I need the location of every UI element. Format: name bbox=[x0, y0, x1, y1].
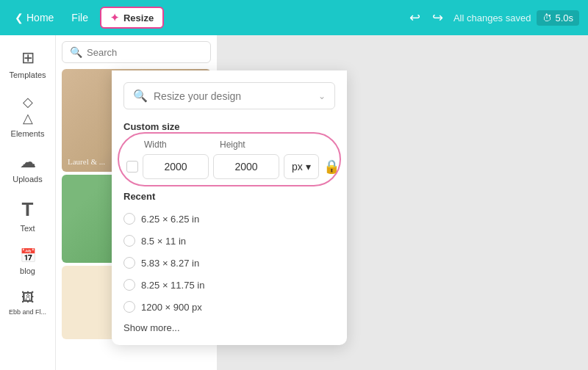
sidebar-label-templates: Templates bbox=[9, 70, 46, 79]
content-area: 🔍 Laurel & ... A newtake onvegan bbox=[56, 35, 588, 370]
templates-icon: ⊞ bbox=[21, 48, 35, 68]
topbar: ❮ Home File ✦ Resize ↩ ↪ All changes sav… bbox=[0, 0, 588, 35]
show-more-button[interactable]: Show more... bbox=[123, 318, 335, 333]
chevron-left-icon: ❮ bbox=[15, 12, 24, 23]
undo-redo-group: ↩ ↪ bbox=[405, 7, 448, 29]
unit-dropdown-icon: ▾ bbox=[306, 161, 311, 173]
resize-dropdown: 🔍 ⌄ Custom size Width Height px bbox=[112, 70, 347, 345]
sidebar-label-text: Text bbox=[20, 224, 35, 233]
recent-checkbox-3[interactable] bbox=[123, 257, 135, 269]
home-button[interactable]: ❮ Home bbox=[9, 9, 60, 26]
dropdown-arrow-icon: ⌄ bbox=[318, 91, 326, 101]
file-menu[interactable]: File bbox=[65, 9, 94, 26]
sidebar-item-blog[interactable]: 📅 blog bbox=[0, 240, 55, 283]
recent-label-3: 5.83 × 8.27 in bbox=[141, 258, 199, 269]
resize-label: Resize bbox=[123, 12, 154, 23]
size-inputs-row: px ▾ 🔒 bbox=[123, 154, 335, 179]
custom-size-container: Width Height px ▾ 🔒 bbox=[123, 139, 335, 179]
sidebar-item-text[interactable]: T Text bbox=[0, 191, 55, 240]
recent-item-5[interactable]: 1200 × 900 px bbox=[123, 296, 335, 318]
recent-item-3[interactable]: 5.83 × 8.27 in bbox=[123, 252, 335, 274]
sidebar-item-ebb[interactable]: 🖼 Ebb and Fl... bbox=[0, 283, 55, 323]
recent-title: Recent bbox=[123, 191, 335, 202]
sidebar-item-templates[interactable]: ⊞ Templates bbox=[0, 41, 55, 87]
recent-item-1[interactable]: 6.25 × 6.25 in bbox=[123, 208, 335, 230]
recent-checkbox-2[interactable] bbox=[123, 235, 135, 247]
sidebar-label-ebb: Ebb and Fl... bbox=[9, 308, 46, 316]
unit-select[interactable]: px ▾ bbox=[284, 154, 319, 179]
resize-search-box[interactable]: 🔍 ⌄ bbox=[123, 82, 335, 109]
main-layout: ⊞ Templates ◇△ Elements ☁ Uploads T Text… bbox=[0, 35, 588, 370]
recent-label-1: 6.25 × 6.25 in bbox=[141, 214, 199, 225]
uploads-icon: ☁ bbox=[20, 153, 36, 172]
recent-checkbox-5[interactable] bbox=[123, 301, 135, 313]
sidebar-label-uploads: Uploads bbox=[12, 175, 42, 184]
lock-icon[interactable]: 🔒 bbox=[323, 159, 340, 175]
sidebar: ⊞ Templates ◇△ Elements ☁ Uploads T Text… bbox=[0, 35, 56, 370]
size-checkbox[interactable] bbox=[126, 161, 138, 173]
thumb1-text: Laurel & ... bbox=[68, 157, 105, 166]
elements-icon: ◇△ bbox=[23, 94, 33, 126]
sidebar-label-blog: blog bbox=[20, 266, 35, 275]
undo-button[interactable]: ↩ bbox=[405, 7, 425, 29]
recent-item-4[interactable]: 8.25 × 11.75 in bbox=[123, 274, 335, 296]
resize-search-input[interactable] bbox=[154, 90, 312, 102]
timer-icon: ⏱ bbox=[542, 12, 552, 23]
timer-value: 5.0s bbox=[555, 12, 573, 23]
height-label: Height bbox=[220, 139, 290, 150]
recent-checkbox-4[interactable] bbox=[123, 279, 135, 291]
size-labels-row: Width Height bbox=[123, 139, 335, 150]
recent-item-2[interactable]: 8.5 × 11 in bbox=[123, 230, 335, 252]
sidebar-label-elements: Elements bbox=[11, 129, 45, 138]
resize-star-icon: ✦ bbox=[110, 12, 119, 23]
ebb-icon: 🖼 bbox=[21, 290, 35, 305]
search-icon: 🔍 bbox=[70, 46, 82, 58]
recent-label-5: 1200 × 900 px bbox=[141, 302, 202, 313]
search-input[interactable] bbox=[87, 47, 203, 58]
unit-value: px bbox=[292, 161, 303, 173]
sidebar-item-elements[interactable]: ◇△ Elements bbox=[0, 87, 55, 145]
recent-label-2: 8.5 × 11 in bbox=[141, 236, 186, 247]
custom-size-title: Custom size bbox=[123, 121, 335, 132]
redo-button[interactable]: ↪ bbox=[428, 7, 448, 29]
resize-button[interactable]: ✦ Resize bbox=[100, 7, 164, 29]
sidebar-item-uploads[interactable]: ☁ Uploads bbox=[0, 145, 55, 191]
file-label: File bbox=[71, 12, 88, 23]
home-label: Home bbox=[26, 12, 54, 23]
saved-status: All changes saved bbox=[453, 12, 531, 23]
timer-display: ⏱ 5.0s bbox=[537, 10, 579, 26]
width-label: Width bbox=[144, 139, 214, 150]
blog-icon: 📅 bbox=[20, 247, 36, 264]
height-input[interactable] bbox=[213, 154, 279, 179]
recent-checkbox-1[interactable] bbox=[123, 213, 135, 225]
panel-search-box[interactable]: 🔍 bbox=[62, 41, 211, 63]
resize-search-icon: 🔍 bbox=[133, 89, 148, 103]
width-input[interactable] bbox=[143, 154, 209, 179]
recent-label-4: 8.25 × 11.75 in bbox=[141, 280, 204, 291]
text-icon: T bbox=[22, 198, 34, 221]
